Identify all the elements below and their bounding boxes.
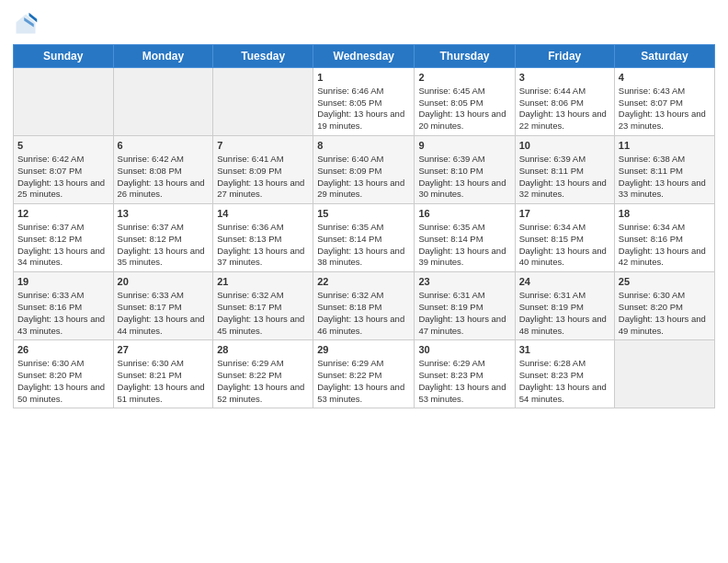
day-number: 19 bbox=[17, 275, 109, 289]
calendar-row-2: 12Sunrise: 6:37 AM Sunset: 8:12 PM Dayli… bbox=[14, 204, 715, 272]
day-info: Sunrise: 6:41 AM Sunset: 8:09 PM Dayligh… bbox=[217, 154, 304, 199]
day-info: Sunrise: 6:42 AM Sunset: 8:07 PM Dayligh… bbox=[17, 154, 105, 199]
day-number: 29 bbox=[317, 343, 410, 357]
day-info: Sunrise: 6:42 AM Sunset: 8:08 PM Dayligh… bbox=[118, 154, 205, 199]
calendar-cell: 3Sunrise: 6:44 AM Sunset: 8:06 PM Daylig… bbox=[515, 68, 614, 136]
day-number: 23 bbox=[418, 275, 510, 289]
weekday-friday: Friday bbox=[515, 45, 614, 68]
day-number: 5 bbox=[17, 139, 109, 153]
calendar-row-0: 1Sunrise: 6:46 AM Sunset: 8:05 PM Daylig… bbox=[14, 68, 715, 136]
day-number: 14 bbox=[217, 207, 309, 221]
day-number: 9 bbox=[418, 139, 510, 153]
day-info: Sunrise: 6:43 AM Sunset: 8:07 PM Dayligh… bbox=[619, 86, 706, 131]
day-number: 24 bbox=[519, 275, 610, 289]
day-number: 1 bbox=[317, 71, 410, 85]
day-number: 10 bbox=[519, 139, 610, 153]
page: SundayMondayTuesdayWednesdayThursdayFrid… bbox=[0, 0, 728, 563]
calendar-cell: 6Sunrise: 6:42 AM Sunset: 8:08 PM Daylig… bbox=[113, 136, 213, 204]
day-info: Sunrise: 6:31 AM Sunset: 8:19 PM Dayligh… bbox=[519, 290, 607, 335]
day-number: 15 bbox=[317, 207, 410, 221]
day-info: Sunrise: 6:30 AM Sunset: 8:20 PM Dayligh… bbox=[619, 290, 706, 335]
day-number: 31 bbox=[519, 343, 610, 357]
calendar-cell bbox=[14, 68, 114, 136]
calendar-cell: 17Sunrise: 6:34 AM Sunset: 8:15 PM Dayli… bbox=[515, 204, 614, 272]
calendar-cell: 25Sunrise: 6:30 AM Sunset: 8:20 PM Dayli… bbox=[614, 272, 714, 340]
day-info: Sunrise: 6:34 AM Sunset: 8:16 PM Dayligh… bbox=[619, 222, 706, 267]
day-number: 18 bbox=[619, 207, 711, 221]
calendar-cell: 13Sunrise: 6:37 AM Sunset: 8:12 PM Dayli… bbox=[113, 204, 213, 272]
day-info: Sunrise: 6:45 AM Sunset: 8:05 PM Dayligh… bbox=[418, 86, 506, 131]
day-info: Sunrise: 6:44 AM Sunset: 8:06 PM Dayligh… bbox=[519, 86, 607, 131]
calendar-cell: 15Sunrise: 6:35 AM Sunset: 8:14 PM Dayli… bbox=[313, 204, 415, 272]
calendar-cell: 26Sunrise: 6:30 AM Sunset: 8:20 PM Dayli… bbox=[14, 340, 114, 408]
calendar-cell: 11Sunrise: 6:38 AM Sunset: 8:11 PM Dayli… bbox=[614, 136, 714, 204]
day-number: 3 bbox=[519, 71, 610, 85]
day-info: Sunrise: 6:32 AM Sunset: 8:18 PM Dayligh… bbox=[317, 290, 404, 335]
calendar-cell: 9Sunrise: 6:39 AM Sunset: 8:10 PM Daylig… bbox=[415, 136, 515, 204]
weekday-tuesday: Tuesday bbox=[213, 45, 313, 68]
calendar-cell: 19Sunrise: 6:33 AM Sunset: 8:16 PM Dayli… bbox=[14, 272, 114, 340]
day-info: Sunrise: 6:46 AM Sunset: 8:05 PM Dayligh… bbox=[317, 86, 404, 131]
calendar-row-3: 19Sunrise: 6:33 AM Sunset: 8:16 PM Dayli… bbox=[14, 272, 715, 340]
day-number: 28 bbox=[217, 343, 309, 357]
day-info: Sunrise: 6:29 AM Sunset: 8:22 PM Dayligh… bbox=[217, 358, 304, 403]
day-info: Sunrise: 6:39 AM Sunset: 8:10 PM Dayligh… bbox=[418, 154, 506, 199]
day-info: Sunrise: 6:32 AM Sunset: 8:17 PM Dayligh… bbox=[217, 290, 304, 335]
day-info: Sunrise: 6:35 AM Sunset: 8:14 PM Dayligh… bbox=[418, 222, 506, 267]
day-number: 8 bbox=[317, 139, 410, 153]
logo-icon bbox=[13, 11, 39, 37]
day-info: Sunrise: 6:35 AM Sunset: 8:14 PM Dayligh… bbox=[317, 222, 404, 267]
calendar-cell: 4Sunrise: 6:43 AM Sunset: 8:07 PM Daylig… bbox=[614, 68, 714, 136]
day-info: Sunrise: 6:29 AM Sunset: 8:22 PM Dayligh… bbox=[317, 358, 404, 403]
day-number: 26 bbox=[17, 343, 109, 357]
calendar-cell: 5Sunrise: 6:42 AM Sunset: 8:07 PM Daylig… bbox=[14, 136, 114, 204]
calendar-cell: 24Sunrise: 6:31 AM Sunset: 8:19 PM Dayli… bbox=[515, 272, 614, 340]
weekday-saturday: Saturday bbox=[614, 45, 714, 68]
day-number: 6 bbox=[118, 139, 210, 153]
day-info: Sunrise: 6:33 AM Sunset: 8:17 PM Dayligh… bbox=[118, 290, 205, 335]
calendar-cell: 23Sunrise: 6:31 AM Sunset: 8:19 PM Dayli… bbox=[415, 272, 515, 340]
calendar-cell bbox=[614, 340, 714, 408]
day-number: 30 bbox=[418, 343, 510, 357]
weekday-thursday: Thursday bbox=[415, 45, 515, 68]
calendar-cell: 18Sunrise: 6:34 AM Sunset: 8:16 PM Dayli… bbox=[614, 204, 714, 272]
day-number: 22 bbox=[317, 275, 410, 289]
day-number: 16 bbox=[418, 207, 510, 221]
calendar: SundayMondayTuesdayWednesdayThursdayFrid… bbox=[13, 44, 715, 408]
calendar-cell: 30Sunrise: 6:29 AM Sunset: 8:23 PM Dayli… bbox=[415, 340, 515, 408]
calendar-cell: 31Sunrise: 6:28 AM Sunset: 8:23 PM Dayli… bbox=[515, 340, 614, 408]
calendar-row-1: 5Sunrise: 6:42 AM Sunset: 8:07 PM Daylig… bbox=[14, 136, 715, 204]
day-info: Sunrise: 6:34 AM Sunset: 8:15 PM Dayligh… bbox=[519, 222, 607, 267]
day-info: Sunrise: 6:36 AM Sunset: 8:13 PM Dayligh… bbox=[217, 222, 304, 267]
calendar-cell: 12Sunrise: 6:37 AM Sunset: 8:12 PM Dayli… bbox=[14, 204, 114, 272]
calendar-cell: 27Sunrise: 6:30 AM Sunset: 8:21 PM Dayli… bbox=[113, 340, 213, 408]
calendar-cell: 29Sunrise: 6:29 AM Sunset: 8:22 PM Dayli… bbox=[313, 340, 415, 408]
day-number: 27 bbox=[118, 343, 210, 357]
weekday-header-row: SundayMondayTuesdayWednesdayThursdayFrid… bbox=[14, 45, 715, 68]
day-number: 12 bbox=[17, 207, 109, 221]
day-number: 13 bbox=[118, 207, 210, 221]
day-number: 11 bbox=[619, 139, 711, 153]
day-info: Sunrise: 6:39 AM Sunset: 8:11 PM Dayligh… bbox=[519, 154, 607, 199]
day-number: 25 bbox=[619, 275, 711, 289]
weekday-wednesday: Wednesday bbox=[313, 45, 415, 68]
header bbox=[13, 11, 715, 37]
weekday-monday: Monday bbox=[113, 45, 213, 68]
day-info: Sunrise: 6:38 AM Sunset: 8:11 PM Dayligh… bbox=[619, 154, 706, 199]
day-info: Sunrise: 6:30 AM Sunset: 8:20 PM Dayligh… bbox=[17, 358, 105, 403]
day-number: 4 bbox=[619, 71, 711, 85]
calendar-cell: 20Sunrise: 6:33 AM Sunset: 8:17 PM Dayli… bbox=[113, 272, 213, 340]
day-number: 20 bbox=[118, 275, 210, 289]
calendar-cell: 22Sunrise: 6:32 AM Sunset: 8:18 PM Dayli… bbox=[313, 272, 415, 340]
calendar-cell bbox=[113, 68, 213, 136]
calendar-cell: 2Sunrise: 6:45 AM Sunset: 8:05 PM Daylig… bbox=[415, 68, 515, 136]
logo bbox=[13, 11, 42, 37]
day-info: Sunrise: 6:30 AM Sunset: 8:21 PM Dayligh… bbox=[118, 358, 205, 403]
calendar-row-4: 26Sunrise: 6:30 AM Sunset: 8:20 PM Dayli… bbox=[14, 340, 715, 408]
day-info: Sunrise: 6:31 AM Sunset: 8:19 PM Dayligh… bbox=[418, 290, 506, 335]
day-info: Sunrise: 6:40 AM Sunset: 8:09 PM Dayligh… bbox=[317, 154, 404, 199]
calendar-cell: 16Sunrise: 6:35 AM Sunset: 8:14 PM Dayli… bbox=[415, 204, 515, 272]
calendar-cell: 10Sunrise: 6:39 AM Sunset: 8:11 PM Dayli… bbox=[515, 136, 614, 204]
day-number: 21 bbox=[217, 275, 309, 289]
calendar-cell: 28Sunrise: 6:29 AM Sunset: 8:22 PM Dayli… bbox=[213, 340, 313, 408]
